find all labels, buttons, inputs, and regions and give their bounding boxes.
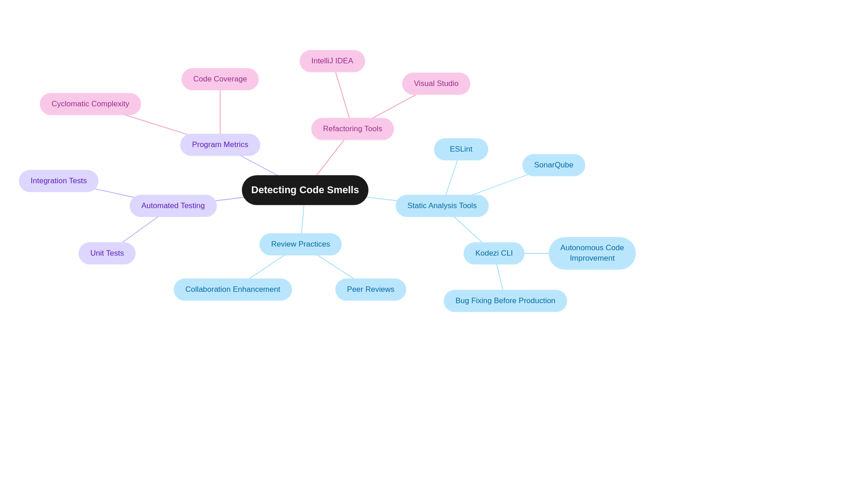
node-refactoring_tools[interactable]: Refactoring Tools <box>311 118 394 140</box>
node-program_metrics[interactable]: Program Metrics <box>180 134 260 156</box>
node-peer_reviews[interactable]: Peer Reviews <box>335 279 406 301</box>
node-kodezi_cli[interactable]: Kodezi CLI <box>463 243 524 265</box>
node-cyclomatic_complexity[interactable]: Cyclomatic Complexity <box>40 93 141 115</box>
node-center[interactable]: Detecting Code Smells <box>242 175 368 205</box>
node-sonarqube[interactable]: SonarQube <box>523 154 585 176</box>
node-visual_studio[interactable]: Visual Studio <box>402 73 471 95</box>
node-intellij[interactable]: IntelliJ IDEA <box>300 50 365 72</box>
node-review_practices[interactable]: Review Practices <box>259 233 342 256</box>
node-unit_tests[interactable]: Unit Tests <box>79 243 136 265</box>
node-eslint[interactable]: ESLint <box>434 138 488 161</box>
node-static_analysis_tools[interactable]: Static Analysis Tools <box>396 195 489 217</box>
node-automated_testing[interactable]: Automated Testing <box>130 195 217 217</box>
mind-map: Detecting Code SmellsProgram MetricsCode… <box>0 0 868 490</box>
node-autonomous_code_improvement[interactable]: Autonomous Code Improvement <box>549 237 636 270</box>
node-collaboration_enhancement[interactable]: Collaboration Enhancement <box>174 279 292 301</box>
node-integration_tests[interactable]: Integration Tests <box>19 170 99 192</box>
node-bug_fixing[interactable]: Bug Fixing Before Production <box>443 290 567 312</box>
node-code_coverage[interactable]: Code Coverage <box>181 68 259 90</box>
